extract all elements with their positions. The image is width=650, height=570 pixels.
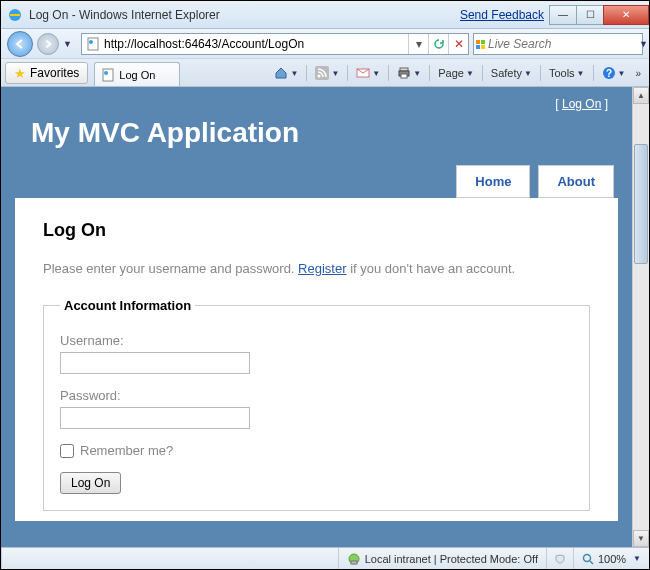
svg-point-19 <box>583 554 590 561</box>
logon-link[interactable]: Log On <box>562 97 601 111</box>
tab-label: Log On <box>119 69 155 81</box>
window-title: Log On - Windows Internet Explorer <box>29 8 220 22</box>
separator <box>306 65 307 81</box>
back-button[interactable] <box>7 31 33 57</box>
login-status: [ Log On ] <box>1 87 632 111</box>
navigation-bar: ▼ ▾ ✕ ▼ <box>1 29 649 59</box>
username-input[interactable] <box>60 352 250 374</box>
svg-rect-1 <box>88 38 98 50</box>
scroll-down-button[interactable]: ▼ <box>633 530 649 547</box>
home-icon <box>274 66 288 80</box>
minimize-button[interactable]: — <box>549 5 577 25</box>
tab-page-icon <box>101 68 115 82</box>
separator <box>388 65 389 81</box>
password-label: Password: <box>60 388 573 403</box>
scroll-track[interactable] <box>633 104 649 530</box>
browser-tab[interactable]: Log On <box>94 62 180 86</box>
forward-button[interactable] <box>37 33 59 55</box>
site-nav: Home About <box>1 165 632 198</box>
remember-checkbox[interactable] <box>60 444 74 458</box>
print-button[interactable]: ▼ <box>393 63 425 83</box>
svg-point-8 <box>104 71 108 75</box>
main-panel: Log On Please enter your username and pa… <box>15 198 618 521</box>
help-icon: ? <box>602 66 616 80</box>
username-label: Username: <box>60 333 573 348</box>
status-bar: Local intranet | Protected Mode: Off 100… <box>1 547 649 569</box>
svg-point-10 <box>318 75 321 78</box>
mail-button[interactable]: ▼ <box>352 63 384 83</box>
separator <box>593 65 594 81</box>
stop-button[interactable]: ✕ <box>448 34 468 54</box>
close-button[interactable]: ✕ <box>603 5 649 25</box>
address-dropdown[interactable]: ▾ <box>408 34 428 54</box>
url-input[interactable] <box>104 35 408 53</box>
svg-rect-18 <box>351 561 357 564</box>
svg-rect-7 <box>103 69 113 81</box>
tab-bar: ★ Favorites Log On ▼ ▼ ▼ ▼ Page▼ Safety▼… <box>1 59 649 87</box>
nav-home[interactable]: Home <box>456 165 530 198</box>
page-icon <box>85 36 101 52</box>
remember-label: Remember me? <box>80 443 173 458</box>
mail-icon <box>356 67 370 79</box>
tools-menu[interactable]: Tools▼ <box>545 63 589 83</box>
vertical-scrollbar[interactable]: ▲ ▼ <box>632 87 649 547</box>
svg-rect-14 <box>401 74 407 78</box>
content-viewport: [ Log On ] My MVC Application Home About… <box>1 87 649 547</box>
nav-about[interactable]: About <box>538 165 614 198</box>
favorites-label: Favorites <box>30 66 79 80</box>
help-button[interactable]: ?▼ <box>598 63 630 83</box>
search-input[interactable] <box>488 37 639 51</box>
fieldset-legend: Account Information <box>60 298 195 313</box>
search-dropdown[interactable]: ▼ <box>639 39 648 49</box>
svg-rect-6 <box>481 45 485 49</box>
security-zone[interactable]: Local intranet | Protected Mode: Off <box>338 548 546 569</box>
svg-line-20 <box>590 561 593 564</box>
star-icon: ★ <box>14 66 26 81</box>
account-fieldset: Account Information Username: Password: … <box>43 298 590 511</box>
search-provider-icon[interactable] <box>474 37 488 51</box>
zoom-icon <box>582 553 594 565</box>
address-bar: ▾ ✕ <box>81 33 469 55</box>
separator <box>429 65 430 81</box>
rss-icon <box>315 66 329 80</box>
status-unknown[interactable] <box>546 548 573 569</box>
recent-pages-dropdown[interactable]: ▼ <box>63 39 77 49</box>
command-bar: ▼ ▼ ▼ ▼ Page▼ Safety▼ Tools▼ ?▼ » <box>270 63 645 83</box>
shield-icon <box>555 554 565 564</box>
home-button[interactable]: ▼ <box>270 63 302 83</box>
page-menu[interactable]: Page▼ <box>434 63 478 83</box>
toolbar-overflow[interactable]: » <box>631 63 645 83</box>
password-input[interactable] <box>60 407 250 429</box>
safety-menu[interactable]: Safety▼ <box>487 63 536 83</box>
intranet-icon <box>347 552 361 566</box>
refresh-button[interactable] <box>428 34 448 54</box>
zoom-control[interactable]: 100% ▼ <box>573 548 649 569</box>
page-heading: Log On <box>43 220 590 241</box>
separator <box>347 65 348 81</box>
search-box: ▼ <box>473 33 643 55</box>
status-message <box>1 548 338 569</box>
separator <box>482 65 483 81</box>
register-link[interactable]: Register <box>298 261 346 276</box>
window-titlebar: Log On - Windows Internet Explorer Send … <box>1 1 649 29</box>
favorites-button[interactable]: ★ Favorites <box>5 62 88 84</box>
print-icon <box>397 66 411 80</box>
scroll-thumb[interactable] <box>634 144 648 264</box>
logon-submit-button[interactable]: Log On <box>60 472 121 494</box>
svg-rect-5 <box>476 45 480 49</box>
scroll-up-button[interactable]: ▲ <box>633 87 649 104</box>
feeds-button[interactable]: ▼ <box>311 63 343 83</box>
ie-logo-icon <box>7 7 23 23</box>
maximize-button[interactable]: ☐ <box>576 5 604 25</box>
send-feedback-link[interactable]: Send Feedback <box>460 8 544 22</box>
instruction-text: Please enter your username and password.… <box>43 261 590 276</box>
separator <box>540 65 541 81</box>
app-title: My MVC Application <box>1 111 632 165</box>
svg-rect-3 <box>476 40 480 44</box>
svg-rect-4 <box>481 40 485 44</box>
svg-point-2 <box>89 40 93 44</box>
svg-text:?: ? <box>605 68 611 79</box>
